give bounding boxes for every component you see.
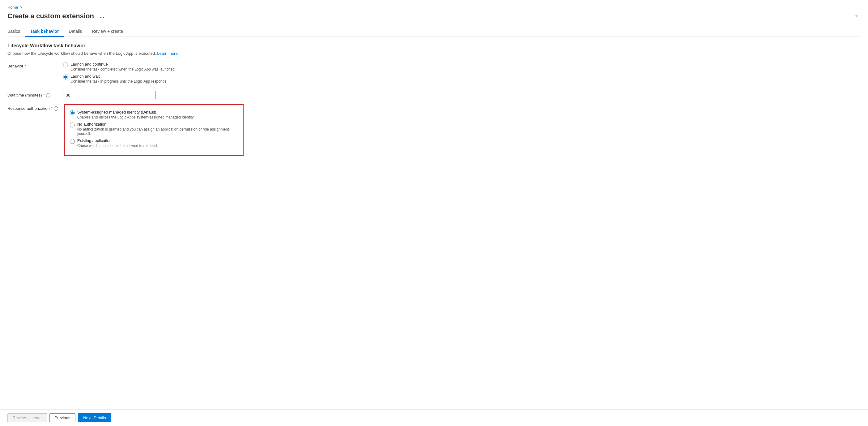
breadcrumb: Home >	[7, 5, 861, 9]
tab-task-behavior[interactable]: Task behavior	[25, 26, 64, 37]
launch-wait-label[interactable]: Launch and wait	[70, 74, 167, 79]
behavior-label-text: Behavior	[7, 64, 23, 68]
wait-time-label-text: Wait time (minutes)	[7, 93, 42, 97]
launch-wait-radio[interactable]	[63, 75, 68, 80]
page-container: Home > Create a custom extension ... × B…	[0, 0, 868, 409]
system-assigned-description: Enables and utilizes the Logic Apps syst…	[77, 115, 194, 119]
wait-time-content	[63, 91, 861, 99]
response-auth-box: System-assigned managed identity (Defaul…	[64, 104, 244, 156]
response-auth-required-star: *	[51, 106, 53, 111]
launch-wait-description: Consider the task in progress until the …	[70, 79, 167, 84]
more-options-button[interactable]: ...	[98, 12, 106, 20]
behavior-option-launch-wait: Launch and wait Consider the task in pro…	[63, 74, 861, 84]
review-create-button[interactable]: Review + create	[7, 413, 47, 422]
wait-time-input[interactable]	[63, 91, 156, 99]
wait-time-required-star: *	[43, 93, 44, 97]
launch-continue-radio[interactable]	[63, 62, 68, 67]
launch-wait-label-group: Launch and wait Consider the task in pro…	[70, 74, 167, 84]
close-button[interactable]: ×	[852, 12, 861, 20]
wait-time-row: Wait time (minutes) * i	[7, 91, 861, 99]
tab-details[interactable]: Details	[64, 26, 87, 37]
launch-continue-label[interactable]: Launch and continue	[70, 62, 176, 66]
system-assigned-label[interactable]: System-assigned managed identity (Defaul…	[77, 110, 194, 114]
response-auth-row: Response authorization * i System-assign…	[7, 104, 861, 156]
section-title: Lifecycle Workflow task behavior	[7, 43, 861, 49]
existing-app-label-group: Existing application. Chose which apps s…	[77, 138, 158, 148]
breadcrumb-home-link[interactable]: Home	[7, 5, 18, 9]
tab-review-create[interactable]: Review + create	[87, 26, 128, 37]
tabs-container: Basics Task behavior Details Review + cr…	[7, 26, 861, 37]
launch-continue-description: Consider the task completed when the Log…	[70, 67, 176, 72]
wait-time-info-icon: i	[46, 93, 51, 97]
behavior-option-launch-continue: Launch and continue Consider the task co…	[63, 62, 861, 72]
response-auth-option-no-auth: No authorization No authorization is gra…	[70, 122, 238, 136]
section-description-text: Choose how the Lifecycle workflow should…	[7, 51, 156, 56]
behavior-row: Behavior * Launch and continue Consider …	[7, 62, 861, 86]
page-header: Create a custom extension ... ×	[7, 12, 861, 20]
no-auth-label-group: No authorization No authorization is gra…	[77, 122, 238, 136]
system-assigned-radio[interactable]	[70, 110, 75, 115]
no-auth-label[interactable]: No authorization	[77, 122, 238, 126]
response-auth-info-icon: i	[54, 107, 58, 111]
response-auth-option-existing-app: Existing application. Chose which apps s…	[70, 138, 238, 148]
no-auth-description: No authorization is granted and you can …	[77, 127, 238, 136]
response-auth-content: System-assigned managed identity (Defaul…	[64, 104, 861, 156]
behavior-label: Behavior *	[7, 62, 57, 68]
breadcrumb-separator: >	[20, 5, 22, 9]
system-assigned-label-group: System-assigned managed identity (Defaul…	[77, 110, 194, 119]
tab-basics[interactable]: Basics	[7, 26, 25, 37]
launch-continue-label-group: Launch and continue Consider the task co…	[70, 62, 176, 72]
existing-app-description: Chose which apps should be allowed to re…	[77, 144, 158, 148]
learn-more-link[interactable]: Learn more.	[157, 51, 179, 56]
section-description: Choose how the Lifecycle workflow should…	[7, 51, 861, 56]
no-auth-radio[interactable]	[70, 122, 75, 127]
footer: Review + create Previous Next: Details	[0, 409, 868, 426]
previous-button[interactable]: Previous	[50, 413, 76, 422]
existing-app-radio[interactable]	[70, 139, 75, 144]
wait-time-label: Wait time (minutes) * i	[7, 91, 57, 97]
behavior-required-star: *	[24, 64, 26, 68]
behavior-options: Launch and continue Consider the task co…	[63, 62, 861, 86]
next-button[interactable]: Next: Details	[78, 413, 111, 422]
response-auth-label: Response authorization * i	[7, 104, 58, 111]
response-auth-label-text: Response authorization	[7, 106, 50, 111]
existing-app-label[interactable]: Existing application.	[77, 138, 158, 143]
response-auth-option-system-assigned: System-assigned managed identity (Defaul…	[70, 110, 238, 119]
page-title: Create a custom extension	[7, 12, 94, 20]
